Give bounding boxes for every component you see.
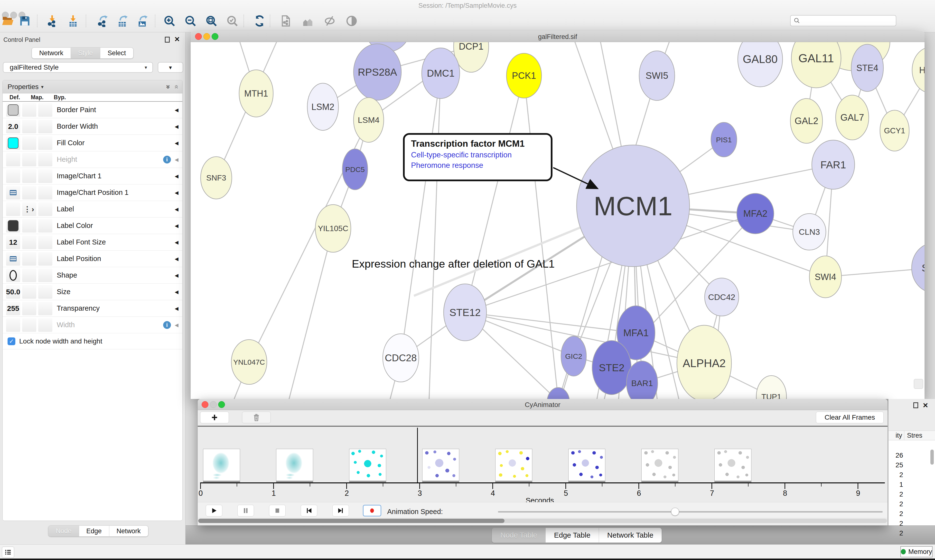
document-network-button[interactable] (279, 14, 293, 28)
map-cell[interactable] (22, 252, 36, 266)
network-canvas[interactable]: GAL11GAL80DCP1RPS28ADMC1PCK1SWI5STE4HAP2… (191, 42, 924, 399)
map-cell[interactable] (22, 169, 36, 183)
tab-node[interactable]: Node (48, 525, 79, 537)
column-header[interactable]: ity (889, 432, 902, 439)
refresh-view-button[interactable] (253, 14, 266, 28)
table-vertical-scrollbar[interactable] (930, 449, 934, 465)
node-gal2[interactable]: GAL2 (790, 98, 822, 143)
tab-network[interactable]: Network (32, 48, 71, 58)
search-input[interactable] (802, 17, 896, 25)
table-cell[interactable]: 26 (889, 451, 903, 460)
delete-frame-button[interactable] (242, 412, 271, 423)
frame-thumbnail-4[interactable] (495, 449, 532, 481)
expand-row-arrow[interactable]: ◀ (175, 206, 179, 212)
open-session-button[interactable] (1, 14, 15, 28)
float-panel-icon[interactable] (913, 402, 918, 408)
map-cell[interactable] (22, 318, 36, 332)
node-hap2[interactable]: HAP2 (912, 47, 924, 93)
expand-row-arrow[interactable]: ◀ (175, 157, 179, 163)
node-gcy1[interactable]: GCY1 (880, 110, 909, 151)
map-cell[interactable] (22, 153, 36, 166)
record-button[interactable] (363, 505, 381, 517)
def-cell[interactable] (6, 153, 20, 166)
info-icon[interactable]: i (163, 156, 171, 163)
tab-node-table[interactable]: Node Table (492, 528, 546, 543)
expand-row-arrow[interactable]: ◀ (175, 306, 179, 311)
map-cell[interactable] (22, 269, 36, 282)
node-ynl047c[interactable]: YNL047C (231, 340, 267, 385)
import-network-button[interactable] (45, 14, 59, 28)
table-cell[interactable]: 2 (889, 489, 903, 499)
table-cell[interactable]: 2 (889, 518, 903, 528)
frame-thumbnail-7[interactable] (714, 449, 751, 481)
group-nodes-button[interactable] (301, 14, 315, 28)
def-cell[interactable] (6, 169, 20, 183)
def-cell[interactable]: 255 (6, 302, 20, 315)
zoom-selected-button[interactable] (225, 14, 239, 28)
close-panel-icon[interactable]: ✕ (174, 35, 180, 43)
close-panel-icon[interactable]: ✕ (923, 402, 928, 409)
export-network-button[interactable] (96, 14, 109, 28)
export-image-button[interactable] (136, 14, 149, 28)
table-cell[interactable]: 2 (889, 499, 903, 509)
byp-cell[interactable] (38, 202, 52, 216)
byp-cell[interactable] (38, 103, 52, 117)
def-cell[interactable]: 2.0 (6, 120, 20, 133)
node-gal80[interactable]: GAL80 (738, 42, 782, 87)
play-button[interactable] (206, 505, 222, 517)
frame-thumbnail-2[interactable] (349, 449, 386, 481)
def-cell[interactable] (6, 202, 20, 216)
byp-cell[interactable] (38, 318, 52, 332)
skip-to-end-button[interactable] (332, 505, 349, 517)
stop-button[interactable] (269, 505, 285, 517)
node-ste2[interactable]: STE2 (592, 341, 631, 395)
def-cell[interactable] (6, 252, 20, 266)
byp-cell[interactable] (38, 120, 52, 133)
byp-cell[interactable] (38, 186, 52, 200)
style-selector[interactable]: galFiltered Style ▾ (3, 62, 153, 73)
tab-edge[interactable]: Edge (79, 525, 110, 537)
frame-thumbnail-6[interactable] (641, 449, 678, 481)
table-cell[interactable]: 25 (889, 460, 903, 470)
pause-button[interactable] (238, 505, 254, 517)
collapse-all-icon[interactable]: » (172, 85, 180, 89)
scrollbar-thumb[interactable] (198, 518, 505, 523)
skip-to-start-button[interactable] (301, 505, 317, 517)
byp-cell[interactable] (38, 302, 52, 315)
node-pck1[interactable]: PCK1 (506, 53, 542, 98)
node-unlabeled[interactable] (547, 388, 569, 399)
node-ste12[interactable]: STE12 (444, 284, 486, 341)
node-mcm1[interactable]: MCM1 (577, 145, 690, 267)
expand-row-arrow[interactable]: ◀ (175, 256, 179, 262)
map-cell[interactable] (22, 186, 36, 200)
map-cell[interactable] (22, 235, 36, 249)
node-alpha2[interactable]: ALPHA2 (677, 325, 731, 399)
node-swi5[interactable]: SWI5 (639, 51, 675, 100)
map-cell[interactable] (22, 120, 36, 133)
def-cell[interactable] (6, 103, 20, 117)
lock-size-checkbox[interactable]: ✓ (8, 337, 15, 345)
node-tup1[interactable]: TUP1 (756, 375, 787, 399)
tab-select[interactable]: Select (100, 48, 133, 58)
float-panel-icon[interactable] (165, 37, 170, 43)
info-icon[interactable]: i (163, 321, 171, 329)
frame-thumbnail-1[interactable] (276, 449, 313, 481)
node-snf3[interactable]: SNF3 (201, 157, 232, 199)
tab-network-table[interactable]: Network Table (599, 528, 662, 543)
def-cell[interactable] (6, 136, 20, 150)
animation-timeline[interactable]: 0123456789 Seconds (198, 428, 887, 502)
node-gic2[interactable]: GIC2 (561, 336, 586, 376)
annotation-link[interactable]: Cell-type-specific transcription (411, 151, 545, 159)
map-cell[interactable] (22, 219, 36, 232)
add-frame-button[interactable] (200, 412, 229, 423)
node-lsm4[interactable]: LSM4 (353, 98, 384, 142)
show-panels-button[interactable] (2, 547, 14, 558)
frame-thumbnail-5[interactable] (568, 449, 605, 481)
byp-cell[interactable] (38, 169, 52, 183)
expand-row-arrow[interactable]: ◀ (175, 123, 179, 129)
slider-thumb[interactable] (671, 508, 679, 516)
map-cell[interactable] (22, 136, 36, 150)
search-field[interactable] (790, 15, 896, 26)
style-options-button[interactable]: ▼ (158, 62, 183, 73)
expand-row-arrow[interactable]: ◀ (175, 239, 179, 245)
